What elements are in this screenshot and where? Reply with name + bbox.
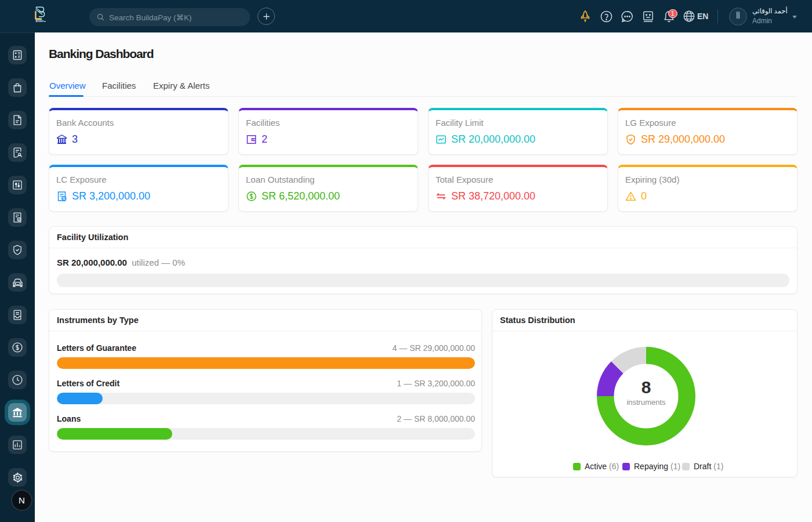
svg-text:BuildaPay: BuildaPay xyxy=(36,20,46,22)
